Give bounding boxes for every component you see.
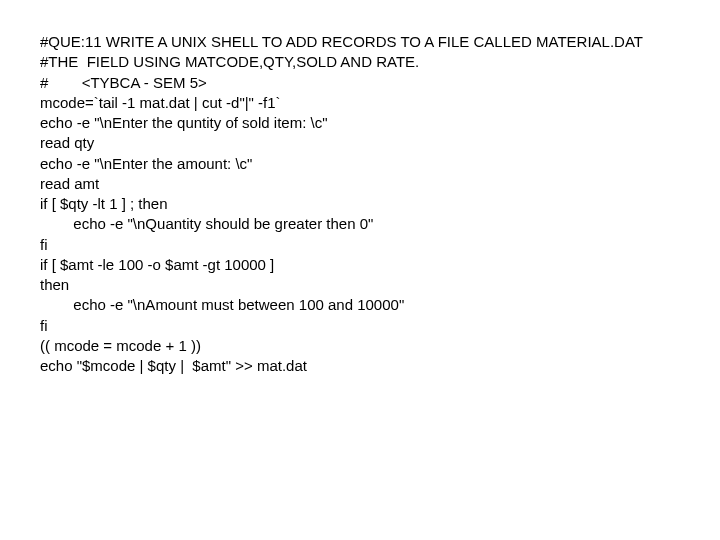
code-line: read amt [40,174,680,194]
code-line: echo -e "\nEnter the amount: \c" [40,154,680,174]
code-line: if [ $amt -le 100 -o $amt -gt 10000 ] [40,255,680,275]
code-line: fi [40,235,680,255]
code-line: then [40,275,680,295]
code-line: #QUE:11 WRITE A UNIX SHELL TO ADD RECORD… [40,32,680,52]
code-line: echo "$mcode | $qty | $amt" >> mat.dat [40,356,680,376]
code-line: echo -e "\nEnter the quntity of sold ite… [40,113,680,133]
code-line: (( mcode = mcode + 1 )) [40,336,680,356]
code-line: # <TYBCA - SEM 5> [40,73,680,93]
code-line: echo -e "\nAmount must between 100 and 1… [40,295,680,315]
code-line: if [ $qty -lt 1 ] ; then [40,194,680,214]
code-line: #THE FIELD USING MATCODE,QTY,SOLD AND RA… [40,52,680,72]
code-line: read qty [40,133,680,153]
code-line: echo -e "\nQuantity should be greater th… [40,214,680,234]
document-page: #QUE:11 WRITE A UNIX SHELL TO ADD RECORD… [0,0,720,376]
code-line: fi [40,316,680,336]
code-line: mcode=`tail -1 mat.dat | cut -d"|" -f1` [40,93,680,113]
